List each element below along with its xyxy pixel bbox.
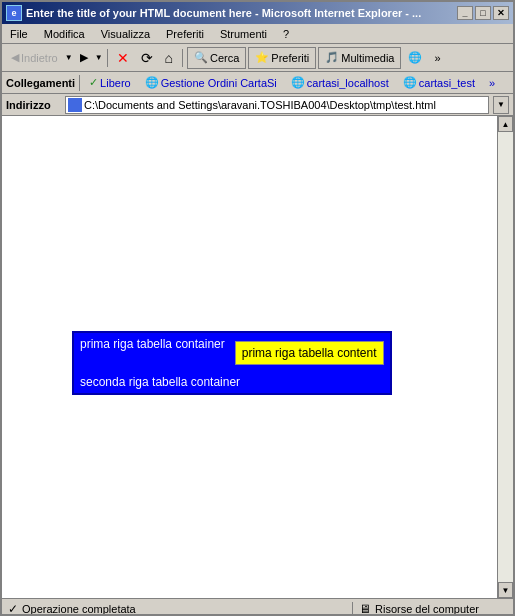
search-icon: 🔍: [194, 51, 208, 64]
link-gestione-label: Gestione Ordini CartaSi: [161, 77, 277, 89]
scrollbar-right: ▲ ▼: [497, 116, 513, 598]
libero-icon: ✓: [89, 76, 98, 89]
scroll-track: [498, 132, 513, 582]
toolbar: ◀ Indietro ▼ ▶ ▼ ✕ ⟳ ⌂ 🔍 Cerca ⭐ Preferi…: [2, 44, 513, 72]
favorites-label: Preferiti: [271, 52, 309, 64]
globe-button[interactable]: 🌐: [403, 47, 427, 69]
search-label: Cerca: [210, 52, 239, 64]
menu-help[interactable]: ?: [279, 27, 293, 41]
title-bar-left: e Enter the title of your HTML document …: [6, 5, 421, 21]
maximize-button[interactable]: □: [475, 6, 491, 20]
scroll-up-button[interactable]: ▲: [498, 116, 513, 132]
menu-strumenti[interactable]: Strumenti: [216, 27, 271, 41]
table-row: prima riga tabella container prima riga …: [73, 332, 391, 371]
menu-preferiti[interactable]: Preferiti: [162, 27, 208, 41]
gestione-icon: 🌐: [145, 76, 159, 89]
refresh-icon: ⟳: [141, 50, 153, 66]
stop-button[interactable]: ✕: [112, 47, 134, 69]
inner-table: prima riga tabella content: [235, 341, 384, 365]
ie-icon: e: [6, 5, 22, 21]
title-bar-text: Enter the title of your HTML document he…: [26, 7, 421, 19]
more-links-icon: »: [489, 77, 495, 89]
outer-row1-text: prima riga tabella container: [80, 337, 225, 351]
inner-cell-row1: prima riga tabella content: [235, 342, 383, 365]
status-bar: ✓ Operazione completata 🖥 Risorse del co…: [2, 598, 513, 616]
star-icon: ⭐: [255, 51, 269, 64]
forward-button[interactable]: ▶: [75, 47, 93, 69]
back-button[interactable]: ◀ Indietro: [6, 47, 63, 69]
computer-icon: 🖥: [359, 602, 371, 616]
outer-cell-row2: seconda riga tabella container: [73, 371, 391, 394]
home-icon: ⌂: [165, 50, 173, 66]
link-cartasi-localhost[interactable]: 🌐 cartasi_localhost: [286, 74, 394, 92]
title-bar-buttons[interactable]: _ □ ✕: [457, 6, 509, 20]
links-bar: Collegamenti ✓ Libero 🌐 Gestione Ordini …: [2, 72, 513, 94]
multimedia-button[interactable]: 🎵 Multimedia: [318, 47, 401, 69]
close-button[interactable]: ✕: [493, 6, 509, 20]
scroll-down-button[interactable]: ▼: [498, 582, 513, 598]
more-links-button[interactable]: »: [484, 74, 500, 92]
address-label: Indirizzo: [6, 99, 61, 111]
table-row-2: seconda riga tabella container: [73, 371, 391, 394]
globe-icon: 🌐: [408, 51, 422, 64]
links-separator: [79, 75, 80, 91]
status-text: Operazione completata: [22, 603, 136, 615]
outer-table: prima riga tabella container prima riga …: [72, 331, 392, 395]
status-right-text: Risorse del computer: [375, 603, 479, 615]
back-arrow-icon: ◀: [11, 51, 19, 64]
content-area: ▲ ▼ prima riga tabella container prima r…: [2, 116, 513, 598]
cartasi-local-icon: 🌐: [291, 76, 305, 89]
link-libero[interactable]: ✓ Libero: [84, 74, 136, 92]
address-page-icon: [68, 98, 82, 112]
address-input-wrap[interactable]: C:\Documents and Settings\aravani.TOSHIB…: [65, 96, 489, 114]
cartasi-test-icon: 🌐: [403, 76, 417, 89]
menu-file[interactable]: File: [6, 27, 32, 41]
more-toolbar-icon: »: [434, 52, 440, 64]
table-container: prima riga tabella container prima riga …: [72, 331, 392, 395]
link-cartasi-local-label: cartasi_localhost: [307, 77, 389, 89]
separator-1: [107, 49, 108, 67]
multimedia-icon: 🎵: [325, 51, 339, 64]
minimize-button[interactable]: _: [457, 6, 473, 20]
more-toolbar-button[interactable]: »: [429, 47, 445, 69]
page-content: prima riga tabella container prima riga …: [2, 116, 497, 598]
back-dropdown-icon[interactable]: ▼: [65, 53, 73, 62]
title-bar: e Enter the title of your HTML document …: [2, 2, 513, 24]
outer-cell-row1: prima riga tabella container prima riga …: [73, 332, 391, 371]
stop-icon: ✕: [117, 50, 129, 66]
menu-modifica[interactable]: Modifica: [40, 27, 89, 41]
inner-table-row: prima riga tabella content: [235, 342, 383, 365]
status-check-icon: ✓: [8, 602, 18, 616]
link-gestione-ordini[interactable]: 🌐 Gestione Ordini CartaSi: [140, 74, 282, 92]
menu-visualizza[interactable]: Visualizza: [97, 27, 154, 41]
link-libero-label: Libero: [100, 77, 131, 89]
separator-2: [182, 49, 183, 67]
address-value: C:\Documents and Settings\aravani.TOSHIB…: [84, 99, 486, 111]
link-cartasi-test[interactable]: 🌐 cartasi_test: [398, 74, 480, 92]
status-right: 🖥 Risorse del computer: [353, 602, 513, 616]
refresh-button[interactable]: ⟳: [136, 47, 158, 69]
status-left: ✓ Operazione completata: [2, 602, 353, 616]
favorites-button[interactable]: ⭐ Preferiti: [248, 47, 316, 69]
forward-arrow-icon: ▶: [80, 51, 88, 64]
link-cartasi-test-label: cartasi_test: [419, 77, 475, 89]
multimedia-label: Multimedia: [341, 52, 394, 64]
forward-dropdown-icon[interactable]: ▼: [95, 53, 103, 62]
address-dropdown-button[interactable]: ▼: [493, 96, 509, 114]
home-button[interactable]: ⌂: [160, 47, 178, 69]
links-label: Collegamenti: [6, 77, 75, 89]
menu-bar: File Modifica Visualizza Preferiti Strum…: [2, 24, 513, 44]
address-bar: Indirizzo C:\Documents and Settings\arav…: [2, 94, 513, 116]
back-label: Indietro: [21, 52, 58, 64]
search-button[interactable]: 🔍 Cerca: [187, 47, 246, 69]
